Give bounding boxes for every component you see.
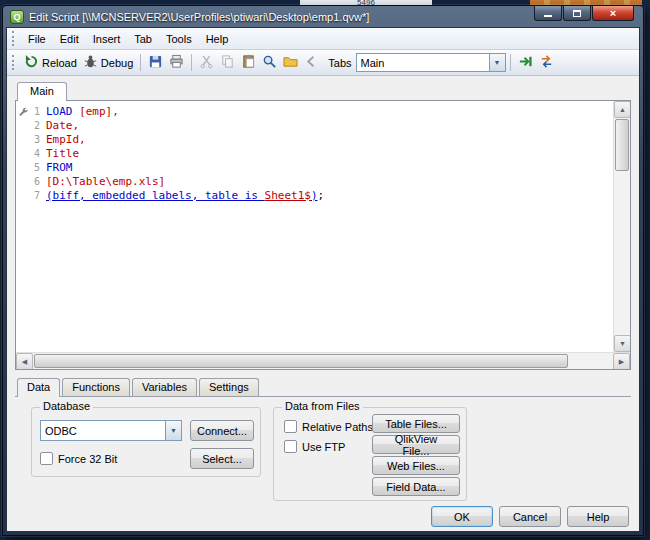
tab-variables[interactable]: Variables: [132, 378, 197, 397]
cancel-button[interactable]: Cancel: [499, 506, 561, 527]
client-area: File Edit Insert Tab Tools Help Reload D…: [6, 27, 640, 532]
move-tab-button[interactable]: [536, 52, 557, 73]
bottom-panel: Data Functions Variables Settings Databa…: [7, 370, 639, 531]
connect-button[interactable]: Connect...: [190, 420, 254, 441]
search-icon: [262, 54, 277, 71]
back-button: [301, 52, 322, 73]
tab-data[interactable]: Data: [17, 378, 60, 397]
web-files-button[interactable]: Web Files...: [372, 456, 460, 475]
debug-label: Debug: [101, 57, 133, 69]
tab-functions[interactable]: Functions: [62, 378, 130, 397]
database-group: Database ODBC ▼ Connect... Force 32 Bit …: [31, 407, 261, 477]
menu-tab[interactable]: Tab: [127, 30, 159, 48]
help-button[interactable]: Help: [567, 506, 629, 527]
dialog-footer: OK Cancel Help: [15, 500, 631, 527]
database-dropdown[interactable]: ODBC ▼: [40, 420, 182, 441]
debug-icon: [83, 54, 98, 71]
menu-help[interactable]: Help: [199, 30, 236, 48]
menu-insert[interactable]: Insert: [86, 30, 128, 48]
panel-tab-strip: Data Functions Variables Settings: [15, 378, 631, 397]
script-tab-strip: Main: [15, 82, 631, 101]
script-editor: 1 LOAD [emp], 2 Date, 3 EmpId,: [15, 100, 631, 370]
checkbox-icon[interactable]: [284, 420, 297, 433]
data-from-files-legend: Data from Files: [282, 400, 363, 412]
force-32bit-checkbox[interactable]: Force 32 Bit: [40, 452, 117, 465]
line-number: 2: [30, 120, 46, 131]
paste-button[interactable]: [238, 52, 259, 73]
database-dropdown-value: ODBC: [41, 425, 165, 437]
chevron-down-icon[interactable]: ▼: [165, 421, 181, 440]
code-format-spec: (biff, embedded labels, table is: [46, 189, 265, 202]
vscroll-thumb[interactable]: [615, 119, 629, 171]
maximize-icon: [573, 10, 581, 17]
tab-selector-combo[interactable]: Main ▼: [356, 53, 506, 72]
horizontal-scrollbar[interactable]: ◀ ▶: [16, 352, 630, 369]
use-ftp-checkbox[interactable]: Use FTP: [284, 440, 345, 453]
script-code-input[interactable]: 1 LOAD [emp], 2 Date, 3 EmpId,: [16, 101, 613, 352]
toolbar-separator: [510, 54, 511, 71]
line-number: 7: [30, 190, 46, 201]
print-button[interactable]: [166, 52, 187, 73]
move-tab-icon: [539, 54, 554, 71]
toolbar: Reload Debug Tabs Main ▼: [7, 50, 639, 76]
code-field: Date,: [46, 119, 79, 132]
scroll-up-icon[interactable]: ▲: [614, 101, 630, 118]
code-line: 1 LOAD [emp],: [16, 104, 613, 118]
tab-settings[interactable]: Settings: [199, 378, 259, 397]
checkbox-icon[interactable]: [40, 452, 53, 465]
relative-paths-checkbox[interactable]: Relative Paths: [284, 420, 373, 433]
titlebar[interactable]: Q Edit Script [\\MCNSERVER2\UserProfiles…: [6, 6, 640, 27]
field-data-button[interactable]: Field Data...: [372, 477, 460, 496]
code-line: 4 Title: [16, 146, 613, 160]
script-tab-main[interactable]: Main: [17, 82, 67, 101]
hscroll-track[interactable]: [33, 353, 613, 369]
qlikview-file-button[interactable]: QlikView File...: [372, 435, 460, 454]
ok-button[interactable]: OK: [431, 506, 493, 527]
menubar-gripper[interactable]: [12, 31, 16, 46]
debug-button[interactable]: Debug: [80, 52, 136, 73]
select-button[interactable]: Select...: [190, 448, 254, 469]
scroll-right-icon[interactable]: ▶: [613, 353, 630, 370]
menu-bar: File Edit Insert Tab Tools Help: [7, 28, 639, 50]
desktop: { "desktop": { "artifact": "5496" }, "wi…: [0, 0, 650, 540]
app-icon: Q: [10, 10, 24, 24]
cut-button: [196, 52, 217, 73]
hscroll-thumb[interactable]: [34, 354, 568, 368]
data-from-files-group: Data from Files Relative Paths Use FTP T…: [273, 407, 467, 501]
line-number: 4: [30, 148, 46, 159]
maximize-button[interactable]: [563, 6, 591, 21]
line-number: 6: [30, 176, 46, 187]
code-line: 7 (biff, embedded labels, table is Sheet…: [16, 188, 613, 202]
copy-icon: [220, 54, 235, 71]
save-button[interactable]: [145, 52, 166, 73]
scroll-down-icon[interactable]: ▼: [614, 335, 630, 352]
minimize-button[interactable]: [534, 6, 562, 21]
find-button[interactable]: [259, 52, 280, 73]
checkbox-icon[interactable]: [284, 440, 297, 453]
tab-selector-value: Main: [357, 57, 489, 69]
reload-label: Reload: [42, 57, 77, 69]
menu-tools[interactable]: Tools: [159, 30, 199, 48]
minimize-icon: [544, 15, 552, 17]
code-punctuation: ;: [318, 189, 325, 202]
open-file-button[interactable]: [280, 52, 301, 73]
wrench-icon: [16, 106, 30, 116]
toolbar-gripper[interactable]: [12, 55, 16, 70]
relative-paths-label: Relative Paths: [302, 421, 373, 433]
scroll-left-icon[interactable]: ◀: [16, 353, 33, 370]
close-button[interactable]: ×: [592, 6, 634, 21]
vscroll-track[interactable]: [614, 118, 630, 335]
menu-edit[interactable]: Edit: [53, 30, 86, 48]
table-files-button[interactable]: Table Files...: [372, 414, 460, 433]
insert-tab-button[interactable]: [515, 52, 536, 73]
vertical-scrollbar[interactable]: ▲ ▼: [613, 101, 630, 352]
script-area: Main 1 LOAD [emp], 2 Dat: [7, 76, 639, 370]
menu-file[interactable]: File: [21, 30, 53, 48]
print-icon: [169, 54, 184, 71]
tabs-label: Tabs: [328, 57, 351, 69]
force-32bit-label: Force 32 Bit: [58, 453, 117, 465]
reload-button[interactable]: Reload: [21, 52, 80, 73]
code-line: 3 EmpId,: [16, 132, 613, 146]
chevron-down-icon[interactable]: ▼: [489, 54, 505, 71]
line-number: 3: [30, 134, 46, 145]
